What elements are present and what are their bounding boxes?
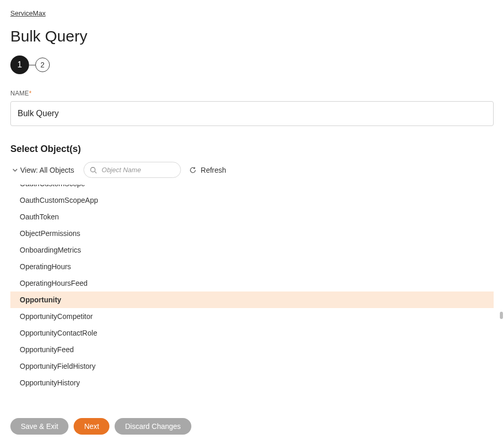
- list-item[interactable]: OperatingHours: [10, 258, 494, 275]
- view-dropdown[interactable]: View: All Objects: [10, 164, 76, 176]
- list-item[interactable]: OpportunityFeed: [10, 341, 494, 358]
- chevron-down-icon: [12, 168, 18, 173]
- step-2[interactable]: 2: [35, 58, 50, 72]
- name-input[interactable]: [10, 101, 494, 126]
- select-objects-title: Select Object(s): [0, 126, 504, 155]
- required-indicator: *: [29, 90, 32, 97]
- view-label: View: All Objects: [20, 166, 74, 174]
- breadcrumb-parent-link[interactable]: ServiceMax: [10, 9, 46, 17]
- page-title: Bulk Query: [0, 17, 504, 45]
- footer-actions: Save & Exit Next Discard Changes: [0, 410, 504, 445]
- breadcrumb: ServiceMax: [0, 0, 504, 17]
- save-exit-button[interactable]: Save & Exit: [10, 418, 68, 435]
- name-field-label: NAME*: [0, 74, 504, 97]
- list-item[interactable]: OauthCustomScopeApp: [10, 192, 494, 208]
- object-toolbar: View: All Objects Refresh: [0, 155, 504, 178]
- list-item[interactable]: OnboardingMetrics: [10, 242, 494, 258]
- object-list-container: OauthCustomScopeOauthCustomScopeAppOauth…: [10, 184, 494, 392]
- search-wrap: [83, 162, 181, 178]
- stepper: 1 2: [0, 45, 504, 74]
- step-connector: [29, 65, 35, 65]
- scrollbar-thumb[interactable]: [500, 312, 503, 319]
- refresh-icon: [189, 166, 197, 174]
- list-item[interactable]: OauthToken: [10, 208, 494, 225]
- refresh-label: Refresh: [201, 166, 226, 174]
- step-1[interactable]: 1: [10, 55, 29, 74]
- object-list[interactable]: OauthCustomScopeOauthCustomScopeAppOauth…: [10, 184, 494, 392]
- list-item[interactable]: Opportunity: [10, 291, 494, 308]
- list-item[interactable]: OpportunityContactRole: [10, 325, 494, 341]
- refresh-button[interactable]: Refresh: [189, 166, 226, 174]
- list-item[interactable]: OperatingHoursFeed: [10, 275, 494, 291]
- object-search-input[interactable]: [83, 162, 181, 178]
- search-icon: [90, 166, 97, 174]
- list-item[interactable]: OpportunityCompetitor: [10, 308, 494, 325]
- discard-changes-button[interactable]: Discard Changes: [115, 418, 191, 435]
- list-item[interactable]: ObjectPermissions: [10, 225, 494, 242]
- list-item[interactable]: OpportunityFieldHistory: [10, 358, 494, 374]
- svg-line-1: [95, 171, 97, 173]
- list-item[interactable]: OpportunityHistory: [10, 374, 494, 391]
- list-item[interactable]: OpportunityLineItem: [10, 391, 494, 392]
- svg-point-0: [91, 167, 95, 172]
- next-button[interactable]: Next: [74, 418, 109, 435]
- list-item[interactable]: OauthCustomScope: [10, 184, 494, 192]
